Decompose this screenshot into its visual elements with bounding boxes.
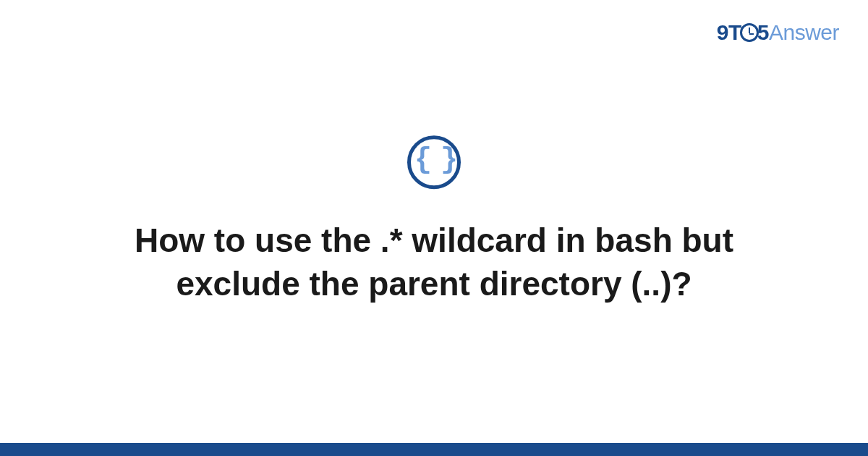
logo-text-5: 5	[757, 20, 769, 44]
logo-text-9t: 9T	[717, 20, 741, 44]
clock-icon	[740, 23, 759, 42]
site-logo: 9T5Answer	[717, 20, 839, 45]
logo-text-answer: Answer	[769, 20, 839, 44]
question-title: How to use the .* wildcard in bash but e…	[87, 219, 781, 306]
main-content: { } How to use the .* wildcard in bash b…	[0, 135, 868, 306]
category-icon-circle: { }	[407, 135, 461, 189]
code-braces-icon: { }	[414, 146, 454, 175]
footer-bar	[0, 443, 868, 456]
